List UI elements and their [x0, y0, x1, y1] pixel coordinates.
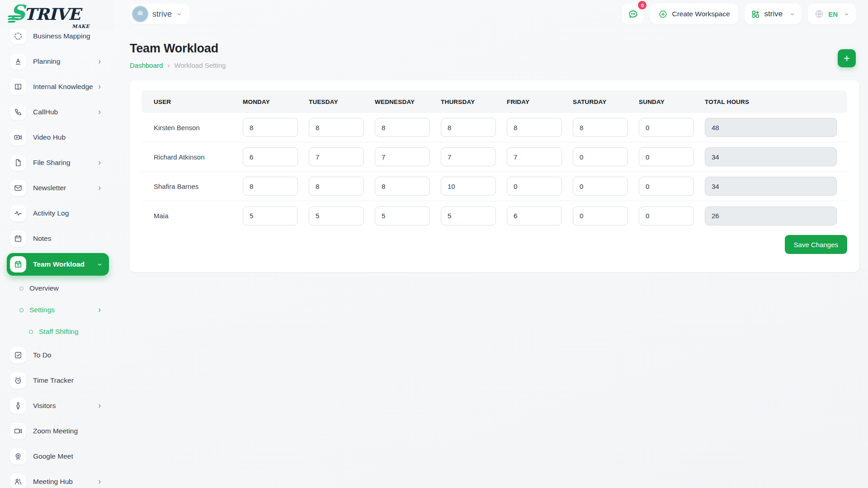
sidebar-item-visitors[interactable]: Visitors: [7, 395, 109, 417]
org-switcher[interactable]: strive: [745, 4, 802, 24]
grid-plus-icon: [751, 9, 760, 19]
hours-input[interactable]: [243, 147, 298, 166]
column-header: FRIDAY: [507, 99, 573, 105]
chevron-right-icon: [97, 160, 103, 166]
sidebar-item-newsletter[interactable]: Newsletter: [7, 177, 109, 199]
sidebar-item-team-workload[interactable]: Team Workload: [7, 253, 109, 276]
hours-input[interactable]: [441, 177, 496, 196]
chevron-right-icon: [97, 185, 103, 191]
chevron-down-icon: [97, 262, 103, 267]
bullet-icon: [19, 308, 24, 312]
save-changes-button[interactable]: Save Changes: [785, 235, 847, 254]
hours-input[interactable]: [639, 118, 694, 137]
workload-card: USERMONDAYTUESDAYWEDNESDAYTHURSDAYFRIDAY…: [130, 80, 859, 272]
time-tracker-icon: [10, 372, 26, 389]
table-header-row: USERMONDAYTUESDAYWEDNESDAYTHURSDAYFRIDAY…: [142, 90, 847, 113]
hours-input[interactable]: [375, 147, 430, 166]
sidebar-item-time-tracker[interactable]: Time Tracker: [7, 370, 109, 391]
user-name: Kirsten Benson: [142, 124, 243, 131]
sidebar-item-notes[interactable]: Notes: [7, 228, 109, 249]
breadcrumb-dashboard-link[interactable]: Dashboard: [130, 61, 163, 69]
hours-input[interactable]: [375, 206, 430, 225]
add-button[interactable]: +: [838, 49, 856, 67]
chat-button[interactable]: 0: [622, 4, 644, 24]
workspace-avatar: [132, 6, 148, 22]
total-hours-input: [705, 206, 837, 225]
globe-icon: [814, 9, 824, 19]
sidebar-item-meeting-hub[interactable]: Meeting Hub: [7, 471, 109, 488]
hours-input[interactable]: [573, 177, 628, 196]
hours-input[interactable]: [243, 177, 298, 196]
bullet-icon: [19, 286, 24, 291]
column-header: THURSDAY: [441, 99, 507, 105]
language-selector[interactable]: EN: [808, 4, 856, 24]
hours-input[interactable]: [573, 118, 628, 137]
hours-input[interactable]: [573, 206, 628, 225]
app-root: Business Mapping Planning Internal Knowl…: [0, 0, 868, 488]
hours-input[interactable]: [507, 147, 562, 166]
table-row: Maia: [142, 201, 847, 230]
chevron-down-icon: [844, 11, 849, 17]
hours-input[interactable]: [375, 118, 430, 137]
sidebar-item-video-hub[interactable]: Video Hub: [7, 127, 109, 148]
hours-input[interactable]: [639, 147, 694, 166]
sidebar-item-callhub[interactable]: CallHub: [7, 101, 109, 123]
hours-input[interactable]: [441, 147, 496, 166]
building-icon: [136, 9, 145, 19]
hours-input[interactable]: [309, 118, 364, 137]
google-meet-icon: [10, 448, 26, 465]
activity-log-icon: [10, 205, 26, 221]
hours-input[interactable]: [507, 206, 562, 225]
hours-input[interactable]: [243, 206, 298, 225]
video-hub-icon: [10, 129, 26, 145]
hours-input[interactable]: [573, 147, 628, 166]
hours-input[interactable]: [639, 206, 694, 225]
sidebar-item-to-do[interactable]: To Do: [7, 344, 109, 366]
sidebar-item-internal-knowledge[interactable]: Internal Knowledge: [7, 76, 109, 98]
logo-wordmark: TRIVE: [24, 6, 80, 22]
hours-input[interactable]: [243, 118, 298, 137]
sidebar-item-activity-log[interactable]: Activity Log: [7, 202, 109, 224]
hours-input[interactable]: [507, 118, 562, 137]
hours-input[interactable]: [309, 206, 364, 225]
breadcrumb-current: Workload Setting: [174, 61, 226, 69]
file-sharing-icon: [10, 155, 26, 171]
hours-input[interactable]: [375, 177, 430, 196]
visitors-icon: [10, 398, 26, 414]
column-header: MONDAY: [243, 99, 309, 105]
sidebar-item-overview[interactable]: Overview: [7, 279, 109, 297]
chevron-right-icon: [97, 84, 103, 90]
hours-input[interactable]: [441, 118, 496, 137]
workspace-selector[interactable]: strive: [130, 4, 189, 24]
user-name: Maia: [142, 212, 243, 220]
chevron-right-icon: [97, 109, 103, 115]
sidebar-item-google-meet[interactable]: Google Meet: [7, 446, 109, 467]
hours-input[interactable]: [309, 177, 364, 196]
meeting-hub-icon: [10, 474, 26, 488]
zoom-meeting-icon: [10, 423, 26, 439]
hours-input[interactable]: [507, 177, 562, 196]
internal-knowledge-icon: [10, 79, 26, 95]
team-workload-icon: [10, 256, 26, 272]
notes-icon: [10, 230, 26, 247]
sidebar-item-staff-shifting[interactable]: Staff Shifting: [7, 323, 109, 341]
sidebar-item-planning[interactable]: Planning: [7, 51, 109, 72]
sidebar-item-zoom-meeting[interactable]: Zoom Meeting: [7, 420, 109, 442]
sidebar-item-file-sharing[interactable]: File Sharing: [7, 152, 109, 174]
hours-input[interactable]: [441, 206, 496, 225]
logo-tagline: MAKE: [72, 23, 90, 29]
brand-logo[interactable]: S TRIVE MAKE: [10, 4, 113, 30]
table-row: Richard Atkinson: [142, 142, 847, 172]
main-area: strive 0 Create Workspace strive: [113, 0, 868, 488]
sidebar: Business Mapping Planning Internal Knowl…: [0, 0, 113, 488]
user-name: Shafira Barnes: [142, 183, 243, 190]
hours-input[interactable]: [639, 177, 694, 196]
create-workspace-button[interactable]: Create Workspace: [650, 4, 738, 24]
chevron-right-icon: [97, 307, 103, 313]
table-row: Shafira Barnes: [142, 172, 847, 201]
chevron-right-icon: [97, 479, 103, 485]
sidebar-item-settings[interactable]: Settings: [7, 301, 109, 319]
sidebar-nav: Business Mapping Planning Internal Knowl…: [7, 25, 109, 488]
chevron-right-icon: [97, 403, 103, 409]
hours-input[interactable]: [309, 147, 364, 166]
